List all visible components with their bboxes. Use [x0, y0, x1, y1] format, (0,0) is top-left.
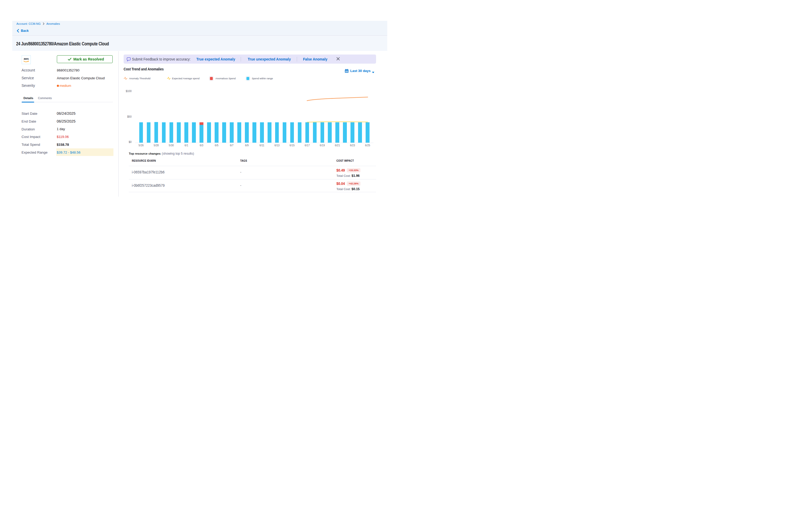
svg-text:aws: aws: [23, 57, 29, 60]
